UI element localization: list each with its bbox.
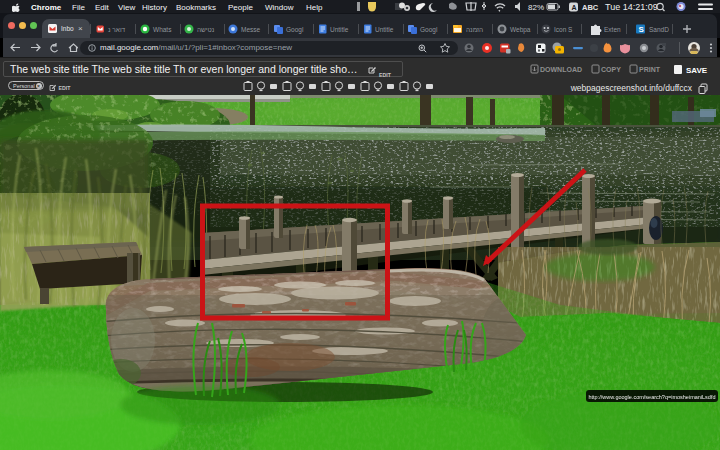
svg-text:הזמנה: הזמנה (466, 26, 483, 33)
svg-text:A: A (572, 4, 577, 11)
svg-text:PRINT: PRINT (639, 66, 661, 73)
svg-text:Whats: Whats (153, 26, 172, 33)
svg-text:DOWNLOAD: DOWNLOAD (540, 66, 582, 73)
svg-text:COPY: COPY (601, 66, 621, 73)
svg-text:Exten: Exten (604, 26, 621, 33)
svg-text:http://www.google.com/search?q: http://www.google.com/search?q=imosheima… (588, 394, 715, 400)
svg-text:ABC: ABC (582, 3, 599, 12)
svg-text:Untitle: Untitle (330, 26, 349, 33)
svg-text:SandD: SandD (649, 26, 669, 33)
svg-text:דואר נ: דואר נ (108, 26, 126, 33)
svg-text:S: S (639, 25, 645, 34)
svg-text:Googl: Googl (286, 26, 304, 34)
svg-text:EDIT: EDIT (59, 85, 72, 91)
svg-text:Icon S: Icon S (554, 26, 573, 33)
svg-text:Googl: Googl (420, 26, 438, 34)
svg-text:82%: 82% (528, 3, 544, 12)
svg-text:Untitle: Untitle (375, 26, 394, 33)
svg-text:SAVE: SAVE (686, 66, 708, 75)
svg-text:Tue 14:21:09: Tue 14:21:09 (605, 2, 658, 12)
svg-text:נטישה: נטישה (197, 26, 215, 33)
svg-text:Webpa: Webpa (510, 26, 531, 34)
svg-text:Messe: Messe (241, 26, 261, 33)
